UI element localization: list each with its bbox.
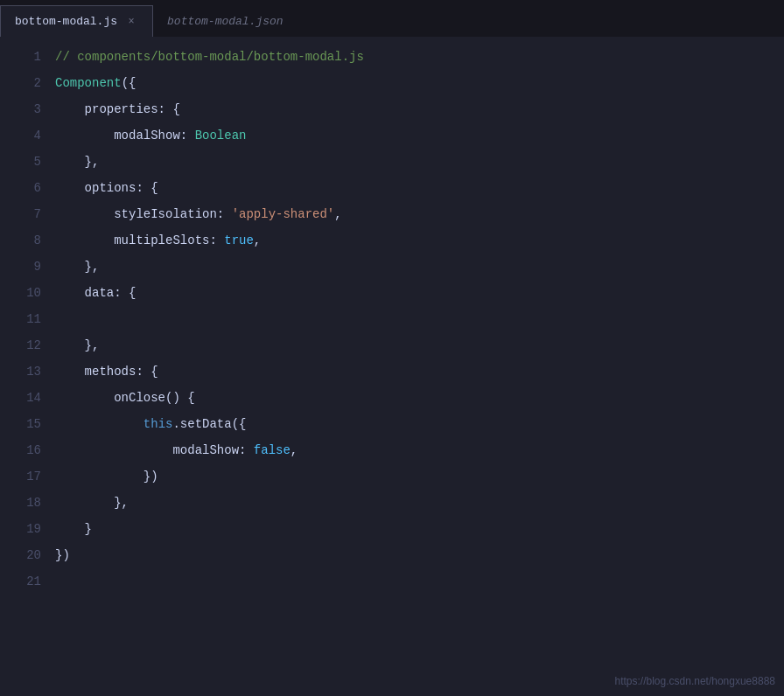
string-token: 'apply-shared': [232, 207, 335, 221]
line-number: 7: [7, 201, 41, 227]
comment-token: // components/bottom-modal/bottom-modal.…: [55, 50, 364, 64]
editor-wrapper: 123456789101112131415161718192021 // com…: [0, 37, 784, 696]
plain-token: styleIsolation:: [55, 207, 232, 221]
plain-token: data: {: [55, 286, 136, 300]
plain-token: modalShow:: [55, 443, 254, 457]
plain-token: ({: [122, 76, 136, 90]
line-number: 3: [7, 96, 41, 122]
line-number: 12: [7, 332, 41, 358]
line-number: 19: [7, 516, 41, 542]
function-token: Component: [55, 76, 122, 90]
line-number: 16: [7, 437, 41, 463]
line-number: 18: [7, 490, 41, 516]
line-number: 15: [7, 411, 41, 437]
line-numbers: 123456789101112131415161718192021: [0, 44, 48, 696]
line-number: 6: [7, 175, 41, 201]
tab-close-icon[interactable]: ×: [124, 15, 138, 29]
plain-token: ,: [254, 233, 261, 247]
code-area: 123456789101112131415161718192021 // com…: [0, 37, 784, 696]
line-number: 9: [7, 254, 41, 280]
code-line: }): [55, 463, 784, 490]
plain-token: .setData({: [172, 417, 246, 431]
plain-token: },: [55, 260, 99, 274]
value-false-token: false: [254, 443, 290, 457]
tab-bar: bottom-modal.js × bottom-modal.json: [0, 0, 784, 37]
line-number: 17: [7, 463, 41, 490]
line-number: 1: [7, 44, 41, 70]
plain-token: options: {: [55, 181, 158, 195]
code-line: styleIsolation: 'apply-shared',: [55, 201, 784, 227]
value-true-token: true: [224, 233, 254, 247]
code-line: modalShow: Boolean: [55, 122, 784, 149]
plain-token: },: [55, 155, 99, 169]
code-line: }): [55, 542, 784, 568]
code-line: },: [55, 490, 784, 516]
code-line: multipleSlots: true,: [55, 227, 784, 254]
code-line: }: [55, 516, 784, 542]
plain-token: modalShow:: [55, 129, 195, 143]
editor-container: bottom-modal.js × bottom-modal.json 1234…: [0, 0, 784, 696]
line-number: 4: [7, 122, 41, 149]
line-number: 2: [7, 70, 41, 96]
type-token: Boolean: [195, 129, 247, 143]
code-line: },: [55, 332, 784, 358]
keyword-token: this: [144, 417, 173, 431]
tab-js[interactable]: bottom-modal.js ×: [0, 5, 153, 37]
plain-token: }: [55, 522, 92, 536]
code-line: [55, 306, 784, 332]
plain-token: }): [55, 470, 158, 484]
code-line: [55, 568, 784, 595]
plain-token: methods: {: [55, 365, 158, 379]
line-number: 10: [7, 280, 41, 306]
code-line: this.setData({: [55, 411, 784, 437]
line-number: 5: [7, 149, 41, 175]
code-line: Component({: [55, 70, 784, 96]
plain-token: ,: [334, 207, 341, 221]
plain-token: onClose() {: [55, 391, 195, 405]
line-number: 13: [7, 358, 41, 385]
code-line: properties: {: [55, 96, 784, 122]
line-number: 11: [7, 306, 41, 332]
code-line: // components/bottom-modal/bottom-modal.…: [55, 44, 784, 70]
code-line: onClose() {: [55, 385, 784, 411]
plain-token: },: [55, 496, 129, 510]
plain-token: multipleSlots:: [55, 233, 224, 247]
code-line: options: {: [55, 175, 784, 201]
plain-token: [55, 417, 144, 431]
tab-json[interactable]: bottom-modal.json: [153, 5, 298, 37]
tab-js-label: bottom-modal.js: [15, 15, 117, 28]
code-line: methods: {: [55, 358, 784, 385]
code-line: },: [55, 149, 784, 175]
plain-token: }): [55, 548, 70, 562]
line-number: 21: [7, 568, 41, 595]
code-line: data: {: [55, 280, 784, 306]
code-content: // components/bottom-modal/bottom-modal.…: [48, 44, 784, 696]
line-number: 14: [7, 385, 41, 411]
line-number: 8: [7, 227, 41, 254]
plain-token: properties: {: [55, 102, 180, 116]
plain-token: },: [55, 338, 99, 352]
code-line: modalShow: false,: [55, 437, 784, 463]
watermark: https://blog.csdn.net/hongxue8888: [615, 675, 775, 687]
code-line: },: [55, 254, 784, 280]
plain-token: ,: [290, 443, 298, 457]
tab-json-label: bottom-modal.json: [167, 15, 284, 28]
line-number: 20: [7, 542, 41, 568]
